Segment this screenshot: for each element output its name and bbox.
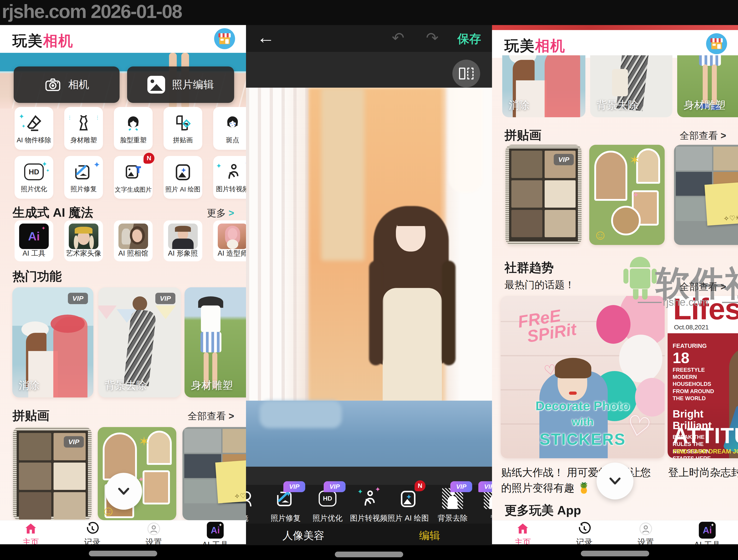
collage-view-all-link[interactable]: 全部查看 > — [680, 129, 726, 142]
hot-card-remove[interactable]: 消除 — [502, 55, 586, 117]
community-view-all-link[interactable]: 全部查看 > — [680, 281, 726, 293]
tile-ai-drawing[interactable]: 照片 AI 绘图 — [163, 156, 202, 199]
ai-card-stylist[interactable]: AI 造型师 — [213, 220, 246, 261]
collage-card-vip[interactable]: VIP — [505, 145, 582, 245]
camera-icon — [44, 76, 61, 93]
body-shape-icon: ⋮ ⋮ — [64, 111, 103, 135]
home-indicator[interactable] — [581, 551, 649, 556]
tile-image-to-video[interactable]: ✦ ✦ 图片转视频 — [213, 156, 246, 199]
magic-wand-icon: VIP — [275, 487, 296, 510]
hot-card-body-tuner[interactable]: 身材雕塑 — [184, 287, 246, 398]
redo-icon[interactable]: ↷ — [426, 29, 438, 47]
nav-settings[interactable]: 设置 — [615, 522, 677, 548]
page-title: 玩美相机 — [504, 36, 566, 56]
page-title: 玩美相机 — [13, 31, 74, 51]
editor-photo[interactable] — [246, 88, 492, 467]
magic-wand-icon: ✦ — [64, 160, 103, 184]
toolbar-item-image-to-video[interactable]: ✦ ✦ 图片转视频 — [348, 487, 389, 523]
hot-card-remove[interactable]: VIP 消除 — [12, 287, 93, 398]
vip-badge: VIP — [68, 293, 88, 304]
screen-editor: ← ↶ ↷ 保存 镜 VIP — [246, 0, 492, 560]
tile-photo-enhance[interactable]: HD ✦ ✦ 照片优化 — [15, 156, 53, 199]
vip-badge: VIP — [283, 481, 305, 492]
hug-person-icon: ✦ ✦ — [213, 160, 246, 184]
nav-settings[interactable]: 设置 — [123, 522, 184, 548]
gesture-bar — [492, 544, 738, 560]
compare-before-after-button[interactable] — [452, 60, 480, 87]
eraser-icon: ✦ ✦ — [15, 111, 53, 135]
toolbar-item-photo-repair[interactable]: VIP 照片修复 — [265, 487, 306, 523]
scroll-down-button[interactable] — [597, 463, 634, 499]
trend-card-magazine[interactable]: Lifes Oct.08,2021 FEATURING 18 FREESTYLE… — [668, 296, 738, 458]
collage-card-city[interactable]: ✧♡✳ — [182, 427, 246, 520]
smiley-doodle: ☺ — [593, 227, 607, 243]
ai-tools-icon: Ai ✦ — [699, 522, 716, 539]
back-icon[interactable]: ← — [257, 27, 275, 48]
history-clock-icon — [85, 522, 99, 536]
toolbar-item-bg-removal[interactable]: VIP 背景去除 — [432, 487, 473, 523]
history-clock-icon — [577, 522, 591, 536]
ai-card-headshot[interactable]: AI 形象照 — [163, 220, 202, 261]
home-indicator[interactable] — [335, 552, 403, 557]
vip-badge: VIP — [324, 481, 346, 492]
bottom-navbar: 主页 记录 设置 Ai ✦ AI 工具 — [492, 520, 738, 544]
toolbar-item-ai-drawing[interactable]: N 照片 AI 绘图 — [388, 487, 429, 523]
magazine-date: Oct.08,2021 — [674, 324, 709, 331]
tile-collage[interactable]: 拼贴画 — [163, 107, 202, 150]
store-icon[interactable] — [214, 28, 235, 49]
ai-card-tools[interactable]: Ai ✦ AI 工具 — [15, 220, 53, 261]
tab-edit[interactable]: 编辑 — [419, 529, 440, 543]
chevron-down-icon — [605, 471, 625, 491]
hot-card-bg-removal[interactable]: 背景去除 — [590, 55, 672, 117]
background-removal-icon: VIP — [484, 487, 492, 510]
tile-photo-repair[interactable]: ✦ 照片修复 — [64, 156, 103, 199]
gesture-bar — [246, 545, 492, 560]
toolbar-item-mirror-partial[interactable]: 镜 — [246, 487, 265, 523]
tile-face-reshape[interactable]: 脸型重塑 — [114, 107, 152, 150]
android-robot-watermark — [623, 257, 657, 302]
tab-portrait-beauty[interactable]: 人像美容 — [283, 529, 324, 543]
photo-edit-button[interactable]: 照片编辑 — [127, 66, 234, 103]
toolbar-item-partial[interactable]: VIP 背 — [474, 487, 492, 523]
hd-icon: HD ✦ ✦ — [15, 160, 53, 184]
tile-body-tuner[interactable]: ⋮ ⋮ 身材雕塑 — [64, 107, 103, 150]
status-watermark-bar: rjshe.com 2026-01-08 — [0, 0, 738, 25]
save-button[interactable]: 保存 — [457, 31, 481, 47]
new-badge: N — [143, 153, 154, 164]
home-indicator[interactable] — [89, 551, 157, 556]
nav-home[interactable]: 主页 — [0, 522, 61, 548]
hot-card-body-tuner[interactable]: 身材雕塑 — [677, 55, 738, 117]
tile-spot-removal[interactable]: 斑点 — [213, 107, 246, 150]
ai-card-artist-avatar[interactable]: 艺术家头像 — [64, 220, 103, 261]
hot-card-bg-removal[interactable]: VIP 背景去除 — [98, 287, 181, 398]
undo-icon[interactable]: ↶ — [392, 29, 404, 47]
collage-card-green[interactable]: ✶ ☺ ✦ — [98, 427, 176, 520]
section-genai-title: 生成式 AI 魔法 — [13, 204, 93, 221]
scroll-down-button[interactable] — [105, 473, 142, 510]
hd-icon: VIP HD ✦ — [319, 487, 336, 510]
collage-card-vip[interactable]: VIP — [13, 427, 91, 520]
trend-card-stickers[interactable]: FReE SPiRit ♡ Decorate Photo with STICKE… — [501, 296, 665, 458]
genai-more-link[interactable]: 更多 > — [207, 207, 234, 219]
tile-text-to-image[interactable]: N 文字生成图片 — [114, 156, 152, 199]
nav-history[interactable]: 记录 — [554, 522, 615, 548]
camera-button[interactable]: 相机 — [14, 66, 119, 103]
ai-image-icon — [163, 160, 202, 184]
caption-magazine: 登上时尚杂志封面 — [668, 465, 738, 480]
collage-card-green[interactable]: ✶ ☺ ✦ — [589, 145, 665, 245]
toolbar-item-photo-enhance[interactable]: VIP HD ✦ 照片优化 — [307, 487, 348, 523]
tile-ai-object-removal[interactable]: ✦ ✦ AI 物件移除 — [15, 107, 53, 150]
app-header: 玩美相机 — [492, 30, 738, 58]
artist-avatar-thumb — [69, 223, 98, 249]
hug-person-icon: ✦ ✦ — [358, 487, 379, 510]
nav-history[interactable]: 记录 — [61, 522, 123, 548]
collage-card-city[interactable]: ✧♡✳ — [674, 145, 738, 245]
collage-icon — [163, 111, 202, 135]
nav-home[interactable]: 主页 — [492, 522, 554, 548]
collage-view-all-link[interactable]: 全部查看 > — [188, 410, 234, 423]
store-icon[interactable] — [706, 33, 727, 54]
section-collage-title: 拼贴画 — [504, 127, 541, 144]
ai-card-photo-studio[interactable]: AI 照相馆 — [114, 220, 152, 261]
banner-strip — [492, 25, 738, 30]
home-icon — [516, 522, 530, 536]
